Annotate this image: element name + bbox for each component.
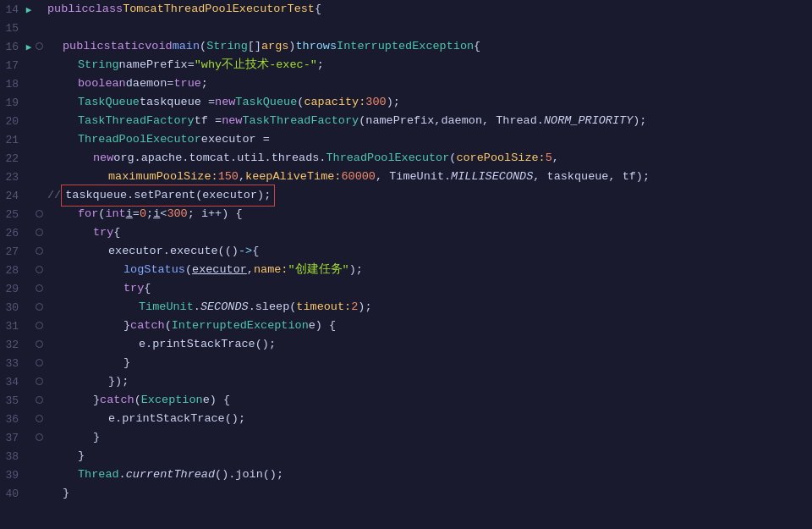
code-token: );	[358, 298, 371, 317]
code-token: <	[160, 205, 167, 223]
code-token: public	[63, 37, 104, 56]
code-token: 300	[365, 93, 386, 112]
gutter-icon[interactable]	[34, 247, 44, 256]
gutter-icon[interactable]	[34, 210, 44, 219]
gutter-icon[interactable]	[34, 42, 44, 52]
code-token: public	[47, 0, 89, 19]
code-token: TimeUnit	[139, 298, 194, 317]
code-token: 60000	[341, 168, 376, 186]
code-token: ,	[239, 168, 245, 186]
line-row: 36	[0, 410, 44, 428]
code-token: 2	[351, 298, 358, 317]
code-line: try {	[47, 279, 812, 298]
code-token: , TimeUnit.	[376, 168, 451, 186]
code-token: .	[119, 466, 126, 484]
line-number: 38	[0, 450, 24, 463]
code-line: TaskQueue taskqueue = new TaskQueue( cap…	[47, 93, 812, 112]
code-token: ().join();	[215, 466, 283, 484]
line-number: 20	[0, 115, 24, 128]
code-token: }	[123, 354, 130, 372]
code-line: e.printStackTrace();	[47, 335, 812, 354]
code-token: i	[126, 205, 133, 223]
gutter-icon[interactable]	[34, 266, 44, 275]
line-row: 28	[0, 261, 44, 279]
code-token: timeout:	[296, 298, 351, 317]
code-token: taskqueue =	[140, 93, 215, 112]
code-token: Thread	[78, 466, 119, 484]
gutter-icon[interactable]	[34, 396, 44, 405]
line-number: 15	[0, 22, 24, 35]
code-token: new	[93, 149, 113, 168]
gutter-icon[interactable]	[34, 340, 44, 350]
line-row: 25	[0, 205, 44, 223]
code-token: corePoolSize:	[456, 149, 545, 168]
line-number: 23	[0, 171, 24, 184]
code-token: , taskqueue, tf);	[533, 168, 650, 186]
line-number: 22	[0, 152, 24, 165]
code-token: 0	[140, 205, 146, 223]
code-token: executor	[192, 261, 247, 279]
code-token: org.apache.tomcat.util.threads.	[113, 149, 326, 168]
code-token: =	[167, 74, 173, 93]
line-number: 34	[0, 376, 24, 388]
code-token: capacity:	[304, 93, 365, 112]
gutter-icon[interactable]	[34, 377, 44, 387]
code-token: .execute(()	[163, 242, 239, 261]
code-line: public class TomcatThreadPoolExecutorTes…	[47, 0, 812, 19]
line-row: 24	[0, 186, 44, 205]
line-number: 18	[0, 78, 24, 91]
gutter-icon[interactable]	[34, 284, 44, 294]
code-container: 14▶1516▶17181920212223242526272829303132…	[0, 0, 812, 529]
code-token: {	[113, 223, 120, 242]
code-token: 5	[546, 149, 552, 168]
code-token: []	[248, 37, 261, 56]
code-token: (	[165, 317, 172, 335]
code-token: (	[98, 205, 105, 223]
line-number: 14	[0, 3, 24, 16]
code-line: String namePrefix = "why不止技术-exec-";	[47, 56, 812, 74]
line-row: 16▶	[0, 37, 44, 56]
code-token: name:	[254, 261, 288, 279]
code-token: ThreadPoolExecutor	[326, 149, 449, 168]
line-number: 21	[0, 134, 24, 146]
code-token: 300	[167, 205, 187, 223]
code-token: throws	[295, 37, 337, 56]
code-token: main	[173, 37, 200, 56]
code-line: Thread.currentThread().join();	[47, 466, 812, 484]
code-editor: 14▶1516▶17181920212223242526272829303132…	[0, 0, 812, 529]
gutter-icon[interactable]	[34, 229, 44, 238]
code-content[interactable]: public class TomcatThreadPoolExecutorTes…	[44, 0, 812, 529]
gutter-icon[interactable]	[34, 415, 44, 424]
gutter-icon[interactable]	[34, 303, 44, 312]
code-token: ; i++) {	[188, 205, 243, 223]
line-row: 22	[0, 149, 44, 168]
gutter-icon[interactable]	[34, 433, 44, 443]
code-token: e) {	[309, 317, 336, 335]
code-line: TimeUnit.SECONDS.sleep( timeout: 2);	[47, 298, 812, 317]
gutter-icon[interactable]	[34, 359, 44, 368]
code-token: }	[93, 428, 100, 447]
code-token: ;	[201, 74, 208, 93]
code-token: }	[78, 447, 85, 466]
line-row: 38	[0, 447, 44, 466]
code-token: MILLISECONDS	[451, 168, 533, 186]
code-token: "why不止技术-exec-"	[195, 56, 317, 74]
code-token: keepAliveTime:	[245, 168, 341, 186]
line-number: 28	[0, 264, 24, 277]
code-token: );	[349, 261, 363, 279]
code-token: new	[215, 93, 235, 112]
code-line: }	[47, 484, 812, 503]
line-number: 36	[0, 413, 24, 426]
line-number: 32	[0, 339, 24, 351]
code-token: Exception	[141, 391, 203, 410]
code-line: } catch (InterruptedException e) {	[47, 317, 812, 335]
line-row: 31	[0, 317, 44, 335]
code-token: ,	[247, 261, 254, 279]
code-line: TaskThreadFactory tf = new TaskThreadFac…	[47, 112, 812, 130]
code-token: InterruptedException	[172, 317, 309, 335]
debug-arrow: ▶	[24, 41, 34, 52]
gutter-icon[interactable]	[34, 322, 44, 331]
code-token: 150	[218, 168, 239, 186]
line-number: 19	[0, 96, 24, 109]
line-row: 14▶	[0, 0, 44, 19]
